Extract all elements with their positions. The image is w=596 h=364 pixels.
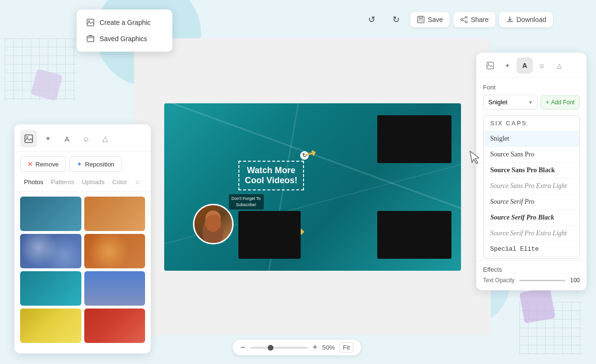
right-shape-icon: △ — [557, 62, 562, 69]
tab-star[interactable]: ☆ — [131, 176, 145, 188]
canvas-container: ↻ Watch More Cool Videos! ↗ ↩ Don't Forg… — [134, 38, 491, 335]
font-item-source-sans-pro-light[interactable]: Source Sans Pro Extra Light — [484, 178, 579, 194]
right-panel: ✦ A ☺ △ Font Sniglet ▾ + Add Font SIX CA… — [476, 53, 586, 290]
image-item-8[interactable] — [84, 309, 146, 343]
image-item-2[interactable] — [84, 197, 146, 231]
canvas-circle-image[interactable] — [193, 204, 234, 244]
text-opacity-fill — [519, 280, 565, 281]
add-font-button[interactable]: + Add Font — [540, 95, 580, 110]
remove-label: Remove — [35, 161, 58, 168]
panel-tool-emoji[interactable]: ☺ — [78, 130, 95, 147]
font-item-sniglet[interactable]: Sniglet — [484, 131, 579, 147]
zoom-thumb — [268, 345, 273, 351]
download-button[interactable]: Download — [499, 12, 553, 27]
svg-point-14 — [26, 136, 28, 138]
font-section: Font Sniglet ▾ + Add Font — [476, 78, 586, 113]
remove-icon: ✕ — [27, 160, 33, 168]
zoom-value: 50% — [322, 344, 335, 351]
font-item-source-serif-pro-black[interactable]: Source Serif Pro Black — [484, 210, 579, 226]
panel-tool-shape[interactable]: △ — [97, 130, 114, 147]
download-label: Download — [517, 16, 546, 23]
remove-button[interactable]: ✕ Remove — [20, 156, 66, 172]
font-list: SIX CAPS Sniglet Source Sans Pro Source … — [483, 115, 580, 259]
font-item-six-caps[interactable]: SIX CAPS — [484, 116, 579, 131]
svg-rect-4 — [419, 16, 423, 19]
zoom-slider[interactable] — [250, 347, 308, 349]
canvas[interactable]: ↻ Watch More Cool Videos! ↗ ↩ Don't Forg… — [164, 103, 461, 271]
canvas-text-line1: Watch More — [245, 165, 298, 176]
canvas-text-element[interactable]: ↻ Watch More Cool Videos! — [238, 161, 304, 190]
font-dropdown-chevron: ▾ — [529, 99, 532, 106]
zoom-out-icon: − — [240, 342, 246, 352]
right-tool-emoji[interactable]: ☺ — [534, 57, 550, 74]
share-button[interactable]: Share — [453, 12, 495, 27]
svg-line-10 — [462, 20, 465, 22]
fit-button[interactable]: Fit — [339, 342, 353, 353]
right-emoji-icon: ☺ — [539, 62, 545, 69]
font-item-source-sans-pro-black[interactable]: Source Sans Pro Black — [484, 163, 579, 178]
image-item-3[interactable] — [20, 234, 81, 268]
font-section-label: Font — [483, 84, 580, 91]
effects-section: Effects Text Opacity 100 — [476, 261, 586, 290]
svg-point-16 — [488, 63, 489, 65]
save-label: Save — [427, 16, 443, 23]
text-opacity-row: Text Opacity 100 — [483, 277, 580, 284]
right-tool-shape[interactable]: △ — [551, 57, 567, 74]
svg-rect-5 — [418, 20, 423, 22]
redo-button[interactable]: ↻ — [386, 11, 406, 29]
tab-patterns[interactable]: Patterns — [47, 176, 78, 188]
image-item-6[interactable] — [84, 271, 146, 306]
top-menu: Create a Graphic Saved Graphics — [77, 10, 172, 52]
font-dropdown[interactable]: Sniglet ▾ — [483, 95, 538, 110]
zoom-out-button[interactable]: − — [240, 342, 246, 353]
font-item-source-serif-pro[interactable]: Source Serif Pro — [484, 194, 579, 210]
create-graphic-label: Create a Graphic — [100, 19, 151, 26]
image-item-1[interactable] — [20, 197, 81, 231]
reposition-button[interactable]: ✦ Reposition — [69, 156, 121, 172]
font-item-special-elite[interactable]: Special Elite — [484, 242, 579, 257]
tab-uploads[interactable]: Uploads — [78, 176, 109, 188]
save-icon — [417, 16, 425, 23]
font-item-stint-ultra[interactable]: Stint Ultra Expanded — [484, 257, 579, 259]
font-controls: Sniglet ▾ + Add Font — [483, 95, 580, 110]
canvas-subscribe-text: Don't Forget To Subscribe! — [229, 194, 264, 209]
image-item-7[interactable] — [20, 309, 81, 343]
top-toolbar: ↺ ↻ Save Share Download — [361, 11, 553, 29]
canvas-placeholder-2 — [377, 211, 451, 259]
right-image-tool-icon — [486, 62, 494, 69]
zoom-bar: − + 50% Fit — [233, 340, 361, 355]
svg-point-8 — [465, 21, 467, 23]
canvas-placeholder-1 — [377, 115, 451, 163]
undo-icon: ↺ — [368, 14, 375, 25]
svg-line-9 — [462, 18, 465, 19]
image-tool-icon — [24, 134, 33, 143]
panel-tool-wand[interactable]: ✦ — [39, 130, 56, 147]
tab-color[interactable]: Color — [109, 176, 131, 188]
panel-tool-image[interactable] — [20, 130, 37, 147]
zoom-in-button[interactable]: + — [313, 342, 318, 353]
left-panel: ✦ A ☺ △ ✕ Remove ✦ Reposition Photos Pat… — [14, 124, 151, 353]
share-icon — [460, 16, 468, 23]
right-panel-toolbar: ✦ A ☺ △ — [476, 53, 586, 78]
tab-photos[interactable]: Photos — [20, 176, 47, 188]
right-tool-image[interactable] — [482, 57, 498, 74]
wand-tool-icon: ✦ — [45, 134, 51, 143]
image-item-5[interactable] — [20, 271, 81, 306]
menu-item-create-graphic[interactable]: Create a Graphic — [77, 14, 172, 31]
add-font-plus-icon: + — [546, 99, 549, 106]
font-item-source-serif-pro-light[interactable]: Source Serif Pro Extra Light — [484, 226, 579, 242]
save-button[interactable]: Save — [410, 12, 450, 27]
font-dropdown-value: Sniglet — [488, 99, 507, 106]
right-tool-text[interactable]: A — [517, 57, 533, 74]
text-opacity-slider[interactable] — [519, 280, 565, 281]
menu-item-saved-graphics[interactable]: Saved Graphics — [77, 31, 172, 47]
panel-tool-text[interactable]: A — [58, 130, 76, 147]
undo-button[interactable]: ↺ — [361, 11, 382, 29]
font-item-source-sans-pro[interactable]: Source Sans Pro — [484, 147, 579, 163]
panel-toolbar: ✦ A ☺ △ — [14, 124, 151, 152]
image-item-4[interactable] — [84, 234, 146, 268]
right-tool-wand[interactable]: ✦ — [499, 57, 516, 74]
saved-graphics-label: Saved Graphics — [100, 35, 147, 43]
effects-label: Effects — [483, 266, 580, 273]
canvas-text-line2: Cool Videos! — [245, 176, 298, 186]
